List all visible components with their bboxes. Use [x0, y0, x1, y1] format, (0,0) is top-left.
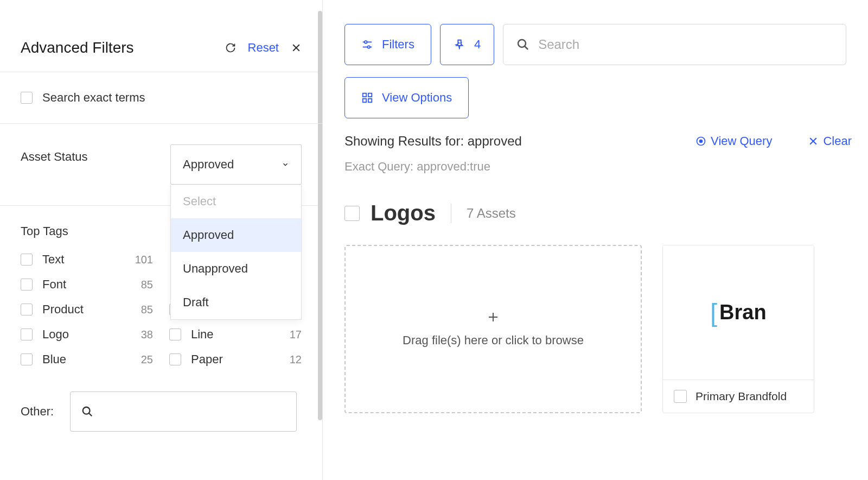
section-header: Logos 7 Assets: [344, 201, 868, 225]
asset-checkbox[interactable]: [674, 390, 687, 403]
tag-count: 12: [290, 353, 302, 366]
asset-footer: Primary Brandfold: [663, 380, 814, 413]
eye-icon: [695, 136, 706, 147]
tag-checkbox[interactable]: [21, 279, 33, 290]
tag-checkbox[interactable]: [21, 329, 33, 340]
tag-checkbox[interactable]: [169, 329, 181, 340]
search-exact-label: Search exact terms: [42, 91, 145, 105]
other-search-input[interactable]: [70, 391, 297, 432]
tag-label: Product: [42, 302, 141, 317]
asset-status-dropdown: Select Approved Unapproved Draft: [170, 185, 302, 320]
svg-point-9: [518, 40, 526, 47]
search-icon: [81, 406, 93, 418]
svg-rect-14: [368, 99, 372, 102]
brand-text: Bran: [719, 301, 767, 324]
tag-checkbox[interactable]: [169, 353, 181, 365]
advanced-filters-panel: Advanced Filters Reset Search exact term…: [0, 0, 323, 480]
filters-button[interactable]: Filters: [344, 24, 431, 65]
search-input[interactable]: [538, 37, 833, 52]
tag-count: 17: [290, 329, 302, 341]
tag-checkbox[interactable]: [21, 254, 33, 266]
dropdown-option-approved[interactable]: Approved: [171, 218, 301, 252]
view-options-label: View Options: [382, 91, 452, 105]
search-icon: [516, 38, 529, 51]
tag-label: Logo: [42, 327, 141, 342]
tag-count: 25: [141, 353, 153, 366]
tag-label: Text: [42, 252, 135, 267]
dropzone-text: Drag file(s) here or click to browse: [403, 333, 584, 348]
reset-button[interactable]: Reset: [248, 41, 279, 55]
tag-row: Blue25: [21, 351, 153, 368]
other-label: Other:: [21, 405, 54, 419]
view-query-button[interactable]: View Query: [695, 134, 772, 148]
divider: [451, 204, 451, 223]
asset-status-section: Asset Status Approved Select Approved Un…: [0, 123, 322, 205]
pinned-count: 4: [474, 37, 481, 52]
scrollbar[interactable]: [318, 11, 322, 420]
close-icon: [808, 136, 819, 147]
svg-point-5: [365, 41, 367, 43]
tag-checkbox[interactable]: [21, 353, 33, 365]
search-exact-checkbox[interactable]: [21, 92, 33, 104]
results-text: Showing Results for: approved: [344, 134, 676, 149]
svg-point-16: [700, 140, 703, 143]
tag-label: Line: [191, 327, 290, 342]
plus-icon: [487, 311, 500, 324]
pin-icon: [454, 39, 465, 50]
svg-line-10: [525, 46, 528, 49]
tag-label: Font: [42, 277, 141, 292]
results-row: Showing Results for: approved View Query…: [344, 134, 868, 149]
tag-count: 85: [141, 304, 153, 316]
tag-label: Paper: [191, 352, 290, 367]
svg-rect-12: [368, 93, 372, 97]
view-options-button[interactable]: View Options: [344, 77, 469, 118]
section-title: Logos: [371, 201, 436, 225]
asset-status-label: Asset Status: [21, 144, 170, 164]
tag-count: 85: [141, 279, 153, 291]
grid-icon: [361, 92, 373, 104]
svg-point-2: [83, 407, 90, 414]
dropdown-placeholder: Select: [171, 185, 301, 218]
tag-count: 38: [141, 329, 153, 341]
assets-grid: Drag file(s) here or click to browse [ B…: [344, 245, 868, 413]
sliders-icon: [361, 39, 373, 50]
asset-name: Primary Brandfold: [695, 390, 787, 403]
svg-rect-11: [363, 93, 366, 97]
svg-point-7: [367, 46, 370, 48]
tag-label: Blue: [42, 352, 141, 367]
pinned-button[interactable]: 4: [440, 24, 494, 65]
filters-label: Filters: [382, 37, 414, 52]
tag-row: Logo38: [21, 326, 153, 343]
upload-dropzone[interactable]: Drag file(s) here or click to browse: [344, 245, 642, 413]
panel-title: Advanced Filters: [21, 39, 225, 56]
chevron-down-icon: [282, 161, 289, 168]
exact-query-text: Exact Query: approved:true: [344, 160, 868, 174]
search-bar[interactable]: [503, 24, 846, 65]
svg-line-3: [89, 413, 92, 416]
bracket-icon: [: [710, 298, 717, 327]
clear-button[interactable]: Clear: [808, 134, 852, 148]
tags-column-left: Text101 Font85 Product85 Logo38 Blue25: [21, 251, 153, 376]
tag-row: Text101: [21, 251, 153, 268]
dropdown-option-unapproved[interactable]: Unapproved: [171, 252, 301, 286]
main-content: Filters 4 View Options Showing Results f…: [323, 0, 868, 480]
toolbar: Filters 4: [344, 24, 868, 65]
tag-row: Line17: [169, 326, 302, 343]
search-exact-section: Search exact terms: [0, 72, 322, 123]
asset-preview: [ Bran: [663, 245, 814, 380]
section-select-all-checkbox[interactable]: [344, 206, 360, 221]
asset-count: 7 Assets: [467, 206, 516, 221]
other-search-row: Other:: [21, 391, 302, 448]
tag-row: Product85: [21, 301, 153, 318]
tag-count: 101: [135, 254, 153, 266]
close-icon[interactable]: [291, 42, 302, 53]
tag-row: Font85: [21, 276, 153, 293]
svg-rect-13: [363, 99, 366, 102]
asset-status-select[interactable]: Approved: [170, 144, 302, 185]
asset-card[interactable]: [ Bran Primary Brandfold: [662, 245, 814, 413]
tag-checkbox[interactable]: [21, 304, 33, 315]
dropdown-option-draft[interactable]: Draft: [171, 286, 301, 319]
clear-label: Clear: [823, 134, 852, 148]
refresh-icon[interactable]: [225, 42, 236, 53]
view-query-label: View Query: [711, 134, 772, 148]
